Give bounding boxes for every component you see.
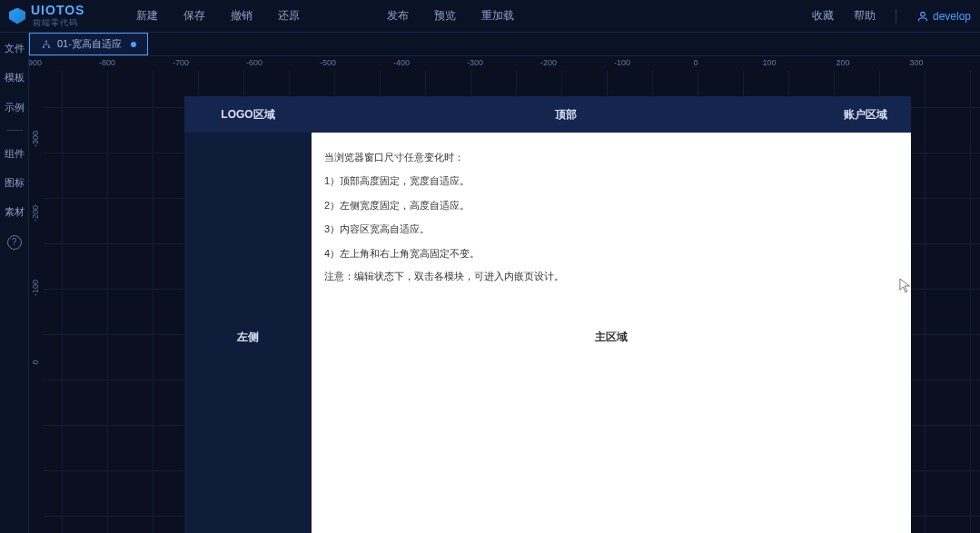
user-name: develop: [933, 10, 971, 23]
svg-point-0: [921, 12, 926, 16]
ruler-h-label: 300: [909, 58, 923, 67]
ruler-h-label: -400: [393, 58, 410, 67]
frame-top[interactable]: 顶部: [312, 96, 820, 133]
ruler-v-label: -300: [31, 131, 40, 147]
menu-favorite[interactable]: 收藏: [812, 8, 834, 24]
ruler-h-label: -200: [540, 58, 557, 67]
logo-shield-icon: [9, 8, 25, 25]
content-line-4: 4）左上角和右上角宽高固定不变。: [324, 246, 898, 262]
ruler-h-label: -300: [467, 58, 483, 67]
brand-name: UIOTOS: [31, 3, 84, 17]
content-note: 注意：编辑状态下，双击各模块，可进入内嵌页设计。: [324, 270, 898, 283]
sidebar-item-file[interactable]: 文件: [5, 42, 25, 54]
tab-label: 01-宽高自适应: [57, 37, 122, 51]
frame-main-label: 主区域: [595, 330, 628, 345]
svg-point-1: [45, 40, 47, 42]
sidebar-item-component[interactable]: 组件: [5, 147, 25, 160]
ruler-h-label: -500: [320, 58, 336, 67]
ruler-h-label: -800: [99, 58, 115, 67]
left-sidebar: 文件 模板 示例 组件 图标 素材 ?: [0, 33, 29, 533]
ruler-h-label: -100: [614, 58, 630, 67]
menu-redo[interactable]: 还原: [278, 8, 300, 24]
layout-frame[interactable]: LOGO区域 顶部 账户区域 左侧 当浏览器窗口尺寸任意变化时： 1）顶部高度固…: [184, 96, 911, 533]
content-line-2: 2）左侧宽度固定，高度自适应。: [324, 198, 898, 213]
ruler-v-label: -100: [31, 280, 40, 296]
tab-dirty-dot: [131, 42, 136, 47]
sidebar-item-asset[interactable]: 素材: [5, 205, 25, 218]
content-title: 当浏览器窗口尺寸任意变化时：: [324, 151, 898, 164]
menu-save[interactable]: 保存: [183, 8, 205, 24]
ruler-v-label: -200: [31, 205, 40, 222]
user-account[interactable]: develop: [916, 10, 971, 23]
menu-help[interactable]: 帮助: [854, 8, 876, 24]
ruler-h-label: 200: [836, 58, 849, 67]
sidebar-item-example[interactable]: 示例: [5, 101, 25, 114]
divider: [896, 9, 896, 24]
sidebar-item-icon[interactable]: 图标: [5, 176, 25, 189]
workspace: -900-800-700-600-500-400-300-200-1000100…: [29, 56, 980, 533]
menu-reload[interactable]: 重加载: [481, 8, 514, 24]
canvas[interactable]: LOGO区域 顶部 账户区域 左侧 当浏览器窗口尺寸任意变化时： 1）顶部高度固…: [44, 71, 980, 533]
frame-left[interactable]: 左侧: [184, 133, 312, 533]
brand-sub: 前端零代码: [33, 17, 84, 29]
brand-logo: UIOTOS 前端零代码: [9, 3, 109, 29]
ruler-h-label: -600: [246, 58, 262, 67]
frame-logo-region[interactable]: LOGO区域: [184, 96, 312, 133]
sidebar-divider: [6, 130, 23, 131]
menu-publish[interactable]: 发布: [387, 8, 409, 24]
svg-point-3: [48, 46, 50, 48]
ruler-h-label: 100: [762, 58, 776, 67]
content-line-3: 3）内容区宽高自适应。: [324, 222, 898, 237]
svg-point-2: [43, 46, 45, 48]
hierarchy-icon: [41, 39, 52, 50]
menu-preview[interactable]: 预览: [434, 8, 456, 24]
ruler-horizontal: -900-800-700-600-500-400-300-200-1000100…: [29, 56, 980, 71]
sidebar-help-icon[interactable]: ?: [7, 235, 22, 250]
ruler-vertical: -300-200-1000: [29, 71, 44, 533]
frame-header: LOGO区域 顶部 账户区域: [184, 96, 911, 133]
user-icon: [916, 10, 929, 23]
content-line-1: 1）顶部高度固定，宽度自适应。: [324, 173, 898, 189]
frame-account-region[interactable]: 账户区域: [820, 96, 911, 133]
menu-undo[interactable]: 撤销: [231, 8, 252, 24]
ruler-v-label: 0: [31, 360, 40, 364]
menu-new[interactable]: 新建: [136, 8, 158, 24]
frame-main[interactable]: 当浏览器窗口尺寸任意变化时： 1）顶部高度固定，宽度自适应。 2）左侧宽度固定，…: [312, 133, 911, 533]
tab-file-0[interactable]: 01-宽高自适应: [29, 33, 148, 55]
ruler-h-label: 0: [693, 58, 698, 67]
ruler-h-label: -700: [173, 58, 189, 67]
ruler-h-label: -900: [29, 58, 42, 67]
sidebar-item-template[interactable]: 模板: [5, 71, 25, 84]
